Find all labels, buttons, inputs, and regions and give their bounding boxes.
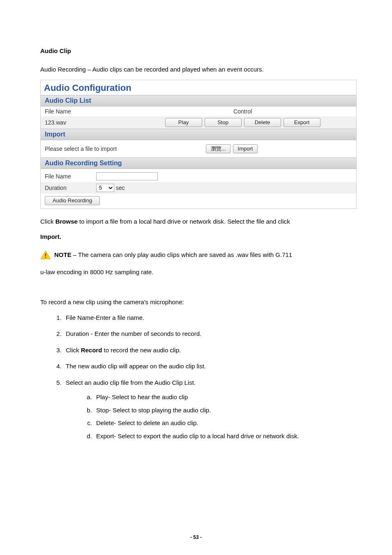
list-item: Stop- Select to stop playing the audio c… <box>94 405 352 416</box>
list-item: Click Record to record the new audio cli… <box>63 345 352 356</box>
import-button[interactable]: Import <box>233 144 258 153</box>
note-label: NOTE <box>54 251 71 258</box>
instruction-import: Import. <box>40 231 352 242</box>
stop-button[interactable]: Stop <box>205 118 242 127</box>
bold-import: Import. <box>40 233 61 240</box>
clip-row: 123.wav Play Stop Delete Export <box>41 116 356 129</box>
text: to record the new audio clip. <box>102 347 181 354</box>
svg-point-2 <box>45 257 46 258</box>
import-label: Please select a file to import <box>45 146 172 152</box>
section-audio-clip-list: Audio Clip List <box>41 95 356 106</box>
note-text-line2: u-law encoding in 8000 Hz sampling rate. <box>40 267 352 278</box>
intro-paragraph: Audio Recording – Audio clips can be rec… <box>40 64 352 75</box>
section-import: Import <box>41 129 356 140</box>
text: Select an audio clip file from the Audio… <box>66 379 196 386</box>
list-item: Select an audio clip file from the Audio… <box>63 377 352 442</box>
text: to import a file from a local hard drive… <box>78 218 290 225</box>
svg-rect-1 <box>45 253 46 256</box>
text: Click <box>66 347 81 354</box>
instruction-list: File Name-Enter a file name. Duration - … <box>63 312 352 442</box>
browse-button[interactable]: 瀏覽... <box>206 144 231 153</box>
delete-button[interactable]: Delete <box>244 118 281 127</box>
duration-unit: sec <box>116 185 125 191</box>
bold-record: Record <box>81 347 102 354</box>
warning-icon <box>40 250 51 259</box>
note-row: NOTE – The camera can only play audio cl… <box>40 250 352 259</box>
clip-list-header: File Name Control <box>41 106 356 116</box>
record-button-row: Audio Recording <box>41 194 356 208</box>
record-button[interactable]: Audio Recording <box>45 196 100 205</box>
list-item: File Name-Enter a file name. <box>63 312 352 323</box>
list-item: Delete- Select to delete an audio clip. <box>94 418 352 428</box>
record-instructions-intro: To record a new clip using the camera's … <box>40 297 352 308</box>
audio-config-panel: Audio Configuration Audio Clip List File… <box>40 80 357 209</box>
duration-select[interactable]: 5 <box>96 184 114 192</box>
note-text-line1: NOTE – The camera can only play audio cl… <box>54 251 292 258</box>
export-button[interactable]: Export <box>284 118 321 127</box>
recording-filename-label: File Name <box>45 173 96 180</box>
duration-row: Duration 5 sec <box>41 182 356 194</box>
duration-label: Duration <box>45 185 96 191</box>
text: – The camera can only play audio clips w… <box>71 251 293 258</box>
recording-filename-row: File Name <box>41 169 356 182</box>
list-item: Play- Select to hear the audio clip <box>94 392 352 402</box>
list-item: Duration - Enter the number of seconds t… <box>63 328 352 339</box>
sub-instruction-list: Play- Select to hear the audio clip Stop… <box>94 392 352 441</box>
list-item: The new audio clip will appear on the au… <box>63 361 352 372</box>
list-item: Export- Select to export the audio clip … <box>94 431 352 442</box>
bold-browse: Browse <box>55 218 78 225</box>
instruction-browse: Click Browse to import a file from a loc… <box>40 216 352 227</box>
section-heading: Audio Clip <box>40 47 352 54</box>
panel-title: Audio Configuration <box>41 80 356 95</box>
page-number: - 53 - <box>0 534 392 540</box>
clip-filename: 123.wav <box>45 119 133 126</box>
recording-filename-input[interactable] <box>96 172 158 180</box>
section-audio-recording: Audio Recording Setting <box>41 157 356 169</box>
column-filename-header: File Name <box>45 108 133 115</box>
column-control-header: Control <box>133 108 352 115</box>
play-button[interactable]: Play <box>165 118 202 127</box>
text: Click <box>40 218 55 225</box>
import-row: Please select a file to import 瀏覽... Imp… <box>41 140 356 157</box>
